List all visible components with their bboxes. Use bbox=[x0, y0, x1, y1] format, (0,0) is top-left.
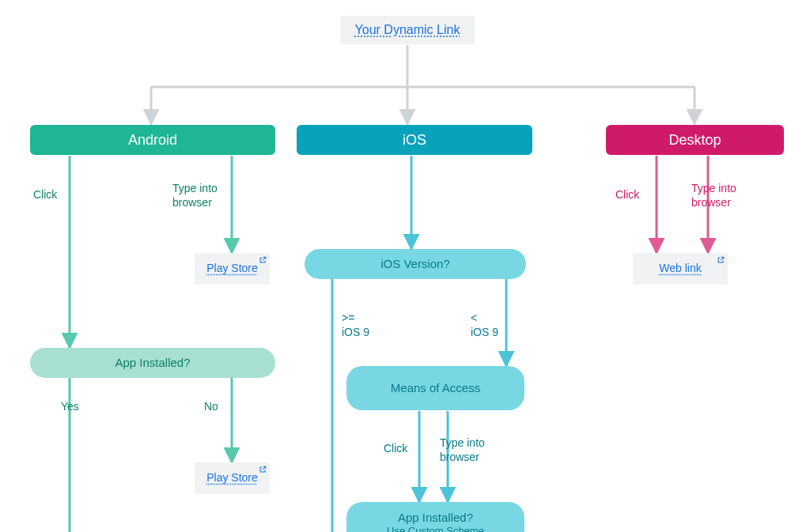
android-play-store-2[interactable]: Play Store bbox=[195, 462, 270, 494]
ios-decision-version: iOS Version? bbox=[305, 249, 526, 279]
platform-android-label: Android bbox=[128, 131, 177, 149]
ios-decision-means: Means of Access bbox=[346, 366, 524, 410]
android-play-store-2-label: Play Store bbox=[206, 471, 258, 485]
android-decision-installed-label: App Installed? bbox=[115, 356, 190, 371]
android-edge-click: Click bbox=[33, 187, 57, 202]
ios-decision-installed-sub: Use Custom Scheme bbox=[387, 525, 484, 532]
desktop-web-link-label: Web link bbox=[659, 262, 701, 276]
desktop-edge-type: Type into browser bbox=[691, 181, 736, 209]
external-link-icon bbox=[717, 256, 725, 264]
android-play-store-1[interactable]: Play Store bbox=[195, 253, 270, 285]
external-link-icon bbox=[259, 256, 267, 264]
ios-edge-click: Click bbox=[384, 441, 407, 455]
platform-ios-label: iOS bbox=[403, 131, 426, 149]
root-label: Your Dynamic Link bbox=[355, 22, 460, 38]
ios-edge-type: Type into browser bbox=[440, 436, 485, 464]
desktop-web-link[interactable]: Web link bbox=[633, 253, 728, 285]
platform-desktop-label: Desktop bbox=[668, 131, 721, 149]
ios-edge-lt9: < iOS 9 bbox=[471, 311, 498, 339]
root-node: Your Dynamic Link bbox=[340, 16, 475, 44]
desktop-edge-click: Click bbox=[615, 187, 639, 202]
external-link-icon bbox=[259, 466, 267, 474]
ios-decision-means-label: Means of Access bbox=[391, 381, 480, 396]
ios-edge-ge9: >= iOS 9 bbox=[342, 311, 369, 339]
platform-desktop: Desktop bbox=[606, 125, 784, 155]
ios-decision-installed: App Installed? Use Custom Scheme bbox=[346, 502, 524, 532]
android-decision-installed: App Installed? bbox=[30, 348, 275, 378]
android-play-store-1-label: Play Store bbox=[206, 262, 258, 276]
ios-decision-version-label: iOS Version? bbox=[380, 257, 450, 272]
android-edge-yes: Yes bbox=[61, 399, 79, 413]
android-edge-no: No bbox=[204, 399, 218, 413]
platform-android: Android bbox=[30, 125, 275, 155]
platform-ios: iOS bbox=[297, 125, 532, 155]
ios-decision-installed-title: App Installed? bbox=[398, 511, 473, 526]
android-edge-type: Type into browser bbox=[172, 181, 218, 209]
